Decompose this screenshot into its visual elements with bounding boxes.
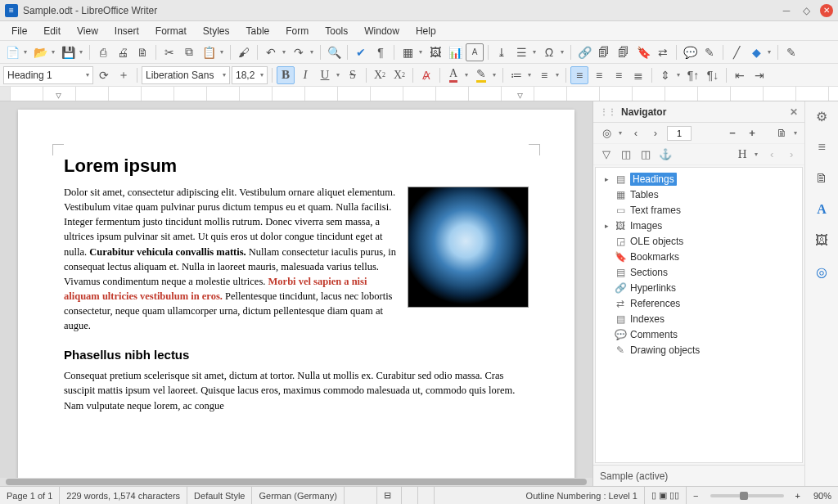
menu-window[interactable]: Window [356,23,408,39]
subscript-button[interactable]: X2 [390,66,408,84]
menu-view[interactable]: View [69,23,106,39]
status-zoom-value[interactable]: 90% [807,487,838,504]
sidebar-properties-icon[interactable]: ≡ [812,137,831,157]
minimize-button[interactable]: ─ [781,5,792,16]
heading-1[interactable]: Lorem ipsum [64,155,529,177]
menu-format[interactable]: Format [147,23,195,39]
nav-next-button[interactable]: › [647,125,664,142]
document-area[interactable]: Lorem ipsum Dolor sit amet, consectetur … [0,101,592,486]
nav-item-hyperlinks[interactable]: 🔗Hyperlinks [599,280,799,295]
chart-button[interactable]: 📊 [446,43,464,61]
menu-edit[interactable]: Edit [35,23,69,39]
panel-grip-icon[interactable]: ⋮⋮ [600,107,616,116]
page-break-button[interactable]: ⤓ [493,43,511,61]
expand-icon[interactable]: ▸ [602,175,610,183]
nav-footer-button[interactable]: ◫ [638,146,654,163]
status-modified[interactable] [402,487,418,504]
italic-button[interactable]: I [296,66,314,84]
open-dropdown[interactable]: ▾ [49,48,57,56]
para-spacing-dec-button[interactable]: ¶↓ [704,66,722,84]
cut-button[interactable]: ✂ [160,43,178,61]
nav-content-view-button[interactable]: ▽ [598,146,615,163]
status-language[interactable]: German (Germany) [252,487,344,504]
sidebar-gallery-icon[interactable]: 🖼 [812,231,831,250]
image-button[interactable]: 🖼 [426,43,444,61]
endnote-button[interactable]: 🗐 [615,43,633,61]
cross-ref-button[interactable]: ⇄ [654,43,672,61]
menu-table[interactable]: Table [238,23,278,39]
line-button[interactable]: ╱ [728,43,746,61]
nav-page-input[interactable] [667,126,692,141]
bullet-dropdown[interactable]: ▾ [525,71,534,79]
nav-toggle-dropdown[interactable]: ▾ [616,129,624,137]
nav-zoom-in-button[interactable]: + [744,125,760,142]
number-dropdown[interactable]: ▾ [553,71,561,79]
nav-promote-button[interactable]: ‹ [764,146,780,163]
new-button[interactable]: 📄 [3,43,21,61]
status-signature[interactable] [418,487,435,504]
nav-toggle-button[interactable]: ◎ [598,125,615,142]
navigator-tree[interactable]: ▸▤Headings▦Tables▭Text frames▸🖼Images◲OL… [595,167,803,463]
print-preview-button[interactable]: 🗎 [133,43,151,61]
font-color-button[interactable]: A [444,66,462,84]
footnote-button[interactable]: 🗐 [595,43,613,61]
textbox-button[interactable]: A [466,43,484,61]
update-style-button[interactable]: ⟳ [95,66,113,84]
save-button[interactable]: 💾 [59,43,77,61]
track-changes-button[interactable]: ✎ [701,43,719,61]
nav-item-headings[interactable]: ▸▤Headings [599,171,799,187]
clear-formatting-button[interactable]: A̷ [417,66,435,84]
page[interactable]: Lorem ipsum Dolor sit amet, consectetur … [18,110,574,486]
line-spacing-dropdown[interactable]: ▾ [674,71,683,79]
special-char-dropdown[interactable]: ▾ [558,48,566,56]
nav-item-tables[interactable]: ▦Tables [599,187,799,202]
new-dropdown[interactable]: ▾ [21,48,29,56]
sidebar-page-icon[interactable]: 🗎 [812,169,831,188]
status-zoom-out[interactable]: − [687,487,705,504]
status-insert-mode[interactable] [345,487,377,504]
nav-anchor-button[interactable]: ⚓ [657,146,674,163]
shapes-button[interactable]: ◆ [747,43,765,61]
copy-button[interactable]: ⧉ [180,43,198,61]
shapes-dropdown[interactable]: ▾ [765,48,773,56]
heading-2[interactable]: Phasellus nibh lectus [64,348,529,362]
draw-functions-button[interactable]: ✎ [782,43,800,61]
status-zoom-in[interactable]: + [789,487,807,504]
bold-button[interactable]: B [277,66,295,84]
find-button[interactable]: 🔍 [325,43,343,61]
export-pdf-button[interactable]: ⎙ [94,43,112,61]
font-color-dropdown[interactable]: ▾ [462,71,471,79]
nav-item-sections[interactable]: ▤Sections [599,264,799,280]
highlight-button[interactable]: ✎ [472,66,490,84]
highlight-dropdown[interactable]: ▾ [490,71,498,79]
nav-item-drawing-objects[interactable]: ✎Drawing objects [599,342,799,358]
nav-item-references[interactable]: ⇄References [599,295,799,311]
status-selection-mode[interactable]: ⊟ [377,487,402,504]
align-justify-button[interactable]: ≣ [629,66,647,84]
nav-zoom-out-button[interactable]: − [724,125,741,142]
nav-item-comments[interactable]: 💬Comments [599,326,799,342]
expand-icon[interactable]: ▸ [602,222,610,230]
nav-heading-dropdown[interactable]: ▾ [752,151,760,158]
status-style[interactable]: Default Style [187,487,252,504]
sidebar-navigator-icon[interactable]: ◎ [812,262,831,281]
nav-item-indexes[interactable]: ▤Indexes [599,311,799,326]
paragraph-2[interactable]: Consequat pretium scelerisque sit amet, … [64,368,529,412]
undo-button[interactable]: ↶ [262,43,280,61]
font-size-combo[interactable]: 18,2▾ [232,66,268,84]
redo-dropdown[interactable]: ▾ [308,48,316,56]
nav-demote-button[interactable]: › [783,146,800,163]
inserted-image-earth[interactable] [408,187,529,308]
indent-inc-button[interactable]: ⇥ [750,66,768,84]
menu-form[interactable]: Form [277,23,317,39]
navigator-footer[interactable]: Sample (active) [593,465,804,486]
nav-item-images[interactable]: ▸🖼Images [599,218,799,233]
nav-header-button[interactable]: ◫ [618,146,634,163]
number-list-button[interactable]: ≡ [535,66,553,84]
underline-button[interactable]: U [316,66,334,84]
undo-dropdown[interactable]: ▾ [280,48,288,56]
align-left-button[interactable]: ≡ [570,66,588,84]
align-center-button[interactable]: ≡ [590,66,608,84]
close-button[interactable]: ✕ [820,4,833,17]
paragraph-style-combo[interactable]: Heading 1▾ [3,66,93,84]
